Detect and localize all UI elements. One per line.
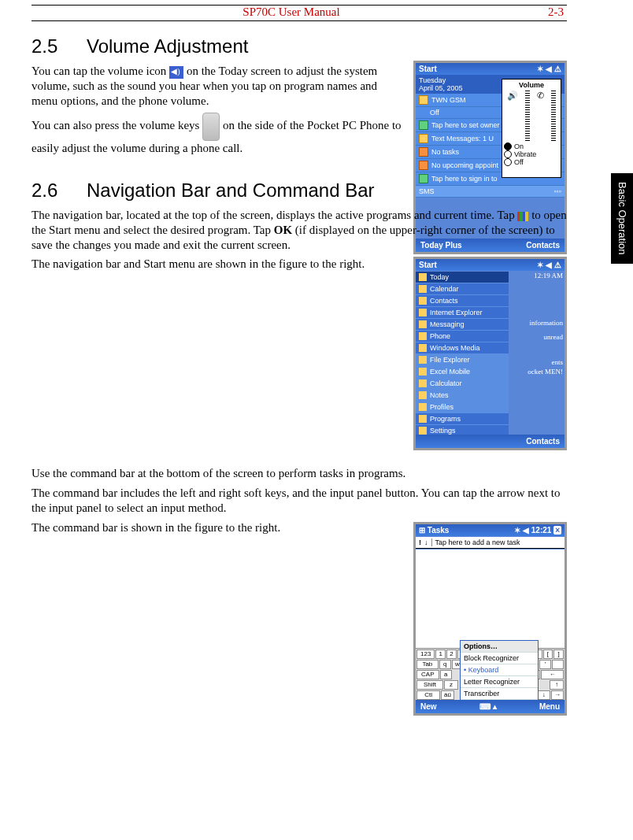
volume-icon [169,66,183,79]
input-method-popup: Options… Block Recognizer • Keyboard Let… [460,640,539,701]
para-26-2: The navigation bar and Start menu are sh… [31,257,394,272]
fig2-start-label: Start [419,261,437,269]
priority-down-icon: ↓ [424,538,428,546]
keyboard-icon: ⌨ ▴ [479,702,497,711]
priority-up-icon: ! [419,538,421,546]
volume-popup: Volume 🔊✆ On Vibrate Off [502,79,561,178]
fig1-start-label: Start [419,65,437,73]
header-page-number: 2-3 [548,6,564,19]
windows-flag-icon [517,212,528,221]
para-26-1: The navigation bar, located at the top o… [31,208,567,252]
section-volume-adjustment: 2.5Volume Adjustment You can tap the vol… [31,35,567,156]
heading-2-6: 2.6Navigation Bar and Command Bar [31,179,567,202]
fig1-status-icons: ✶ ◀ ⚠ [537,65,561,73]
close-icon: × [553,526,561,535]
para-26-4: The command bar includes the left and ri… [31,486,567,516]
para-26-3: Use the command bar at the bottom of the… [31,466,567,481]
figure-start-menu: Start ✶ ◀ ⚠ Today Calendar Contacts Inte… [413,257,567,450]
para-25-2: You can also press the volume keys on th… [31,113,402,156]
section-navigation-bar: 2.6Navigation Bar and Command Bar The na… [31,179,567,725]
figure-command-bar: ⊞ Tasks ✶ ◀ 12:21 × ! ↓ Tap here to add … [413,522,567,716]
heading-2-5: 2.5Volume Adjustment [31,35,567,57]
header-title: SP70C User Manual [242,6,339,19]
para-26-5: The command bar is shown in the figure t… [31,520,394,535]
start-menu-list: Today Calendar Contacts Internet Explore… [416,272,509,449]
fig3-status-icons: ✶ ◀ [514,526,529,535]
para-25-1: You can tap the volume icon on the Today… [31,64,402,108]
page-header: SP70C User Manual 2-3 [31,6,567,20]
fig2-status-icons: ✶ ◀ ⚠ [537,261,561,269]
side-tab-basic-operation: Basic Operation [611,173,633,264]
volume-keys-icon [202,113,220,141]
windows-flag-icon: ⊞ [419,526,425,535]
